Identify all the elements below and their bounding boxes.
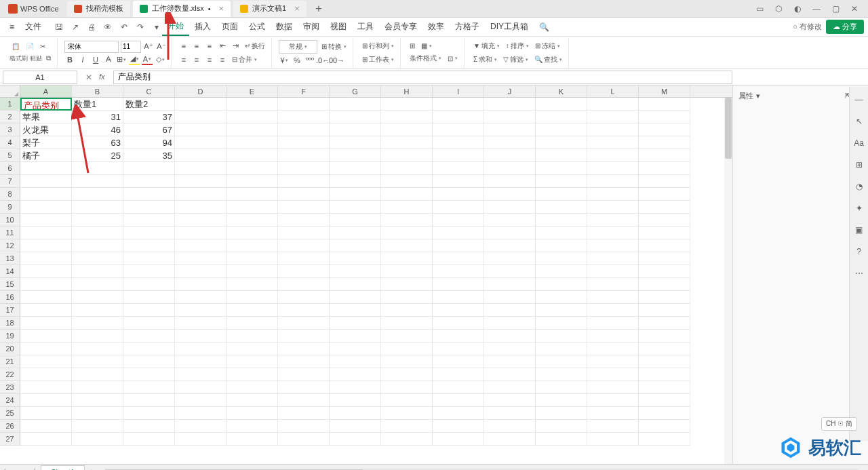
cell[interactable]	[484, 136, 536, 149]
cell[interactable]	[330, 330, 381, 342]
cell[interactable]	[278, 342, 330, 355]
cell[interactable]	[536, 342, 587, 355]
row-header[interactable]: 7	[0, 175, 20, 188]
cell[interactable]	[278, 252, 330, 265]
cell[interactable]	[330, 304, 381, 317]
cell[interactable]: 46	[72, 123, 123, 136]
cell[interactable]	[226, 433, 278, 446]
cell[interactable]	[278, 433, 330, 446]
clear-button[interactable]: ◇▾	[155, 54, 165, 65]
cell[interactable]	[226, 342, 278, 355]
cell[interactable]	[175, 227, 226, 239]
share-button[interactable]: ☁ 分享	[826, 20, 864, 34]
cell[interactable]	[433, 381, 484, 394]
cell[interactable]	[639, 278, 690, 291]
cell[interactable]	[123, 368, 175, 381]
cell[interactable]	[587, 368, 639, 381]
cell[interactable]	[381, 227, 433, 239]
cell[interactable]	[587, 123, 639, 136]
col-header-l[interactable]: L	[587, 85, 639, 97]
cell[interactable]	[330, 214, 381, 227]
cells-button[interactable]: ⊡▾	[446, 54, 460, 64]
row-header[interactable]: 6	[0, 162, 20, 175]
row-header[interactable]: 2	[0, 111, 20, 123]
cell[interactable]	[484, 227, 536, 239]
cell[interactable]	[175, 381, 226, 394]
cell[interactable]	[175, 188, 226, 201]
cell[interactable]	[587, 98, 639, 111]
cell[interactable]	[381, 265, 433, 278]
cell[interactable]	[536, 278, 587, 291]
cell[interactable]	[587, 355, 639, 368]
cell[interactable]	[175, 123, 226, 136]
cell[interactable]	[330, 394, 381, 407]
cell[interactable]	[72, 368, 123, 381]
undo-icon[interactable]: ↶	[119, 22, 130, 33]
cell[interactable]	[226, 291, 278, 304]
cell[interactable]	[587, 136, 639, 149]
cell[interactable]	[20, 227, 72, 239]
cell[interactable]	[72, 342, 123, 355]
cell[interactable]	[72, 175, 123, 188]
row-header[interactable]: 26	[0, 420, 20, 433]
minimize-icon[interactable]: —	[811, 3, 822, 14]
tab-presentation[interactable]: 演示文稿1 ×	[233, 1, 307, 17]
cell[interactable]	[433, 227, 484, 239]
cell[interactable]	[226, 214, 278, 227]
cell[interactable]	[433, 355, 484, 368]
cell[interactable]	[536, 317, 587, 330]
cell[interactable]	[433, 304, 484, 317]
cell[interactable]	[278, 291, 330, 304]
row-header[interactable]: 24	[0, 394, 20, 407]
cell[interactable]	[536, 227, 587, 239]
cell[interactable]	[278, 407, 330, 420]
size-down-button[interactable]: A⁻	[156, 41, 167, 52]
indent-dec-button[interactable]: ⇤	[217, 41, 228, 52]
cell[interactable]	[72, 394, 123, 407]
col-header-k[interactable]: K	[536, 85, 587, 97]
menu-tools[interactable]: 工具	[352, 18, 379, 35]
cell[interactable]	[278, 175, 330, 188]
cell[interactable]	[381, 278, 433, 291]
cell[interactable]	[433, 162, 484, 175]
cell[interactable]	[587, 239, 639, 252]
cell[interactable]	[587, 304, 639, 317]
row-header[interactable]: 9	[0, 201, 20, 214]
cell[interactable]	[381, 214, 433, 227]
col-header-d[interactable]: D	[175, 85, 226, 97]
cell[interactable]	[536, 355, 587, 368]
col-header-f[interactable]: F	[278, 85, 330, 97]
cell[interactable]	[20, 407, 72, 420]
cell[interactable]	[484, 291, 536, 304]
row-header[interactable]: 8	[0, 188, 20, 201]
cell[interactable]: 63	[72, 136, 123, 149]
cell[interactable]	[639, 420, 690, 433]
cell[interactable]	[433, 265, 484, 278]
cell[interactable]: 67	[123, 123, 175, 136]
cell[interactable]	[484, 98, 536, 111]
cell[interactable]	[587, 201, 639, 214]
cell[interactable]	[484, 175, 536, 188]
cell[interactable]	[123, 304, 175, 317]
cell[interactable]: 橘子	[20, 149, 72, 162]
cell[interactable]	[433, 201, 484, 214]
tab-workbook[interactable]: 工作簿数量.xlsx • ×	[133, 1, 231, 17]
row-header[interactable]: 5	[0, 149, 20, 162]
cell[interactable]	[226, 252, 278, 265]
cell[interactable]	[381, 291, 433, 304]
cell[interactable]	[433, 317, 484, 330]
cell[interactable]	[639, 188, 690, 201]
menu-member[interactable]: 会员专享	[379, 18, 422, 35]
cell[interactable]	[123, 407, 175, 420]
cell[interactable]	[433, 214, 484, 227]
cell[interactable]	[587, 227, 639, 239]
cell[interactable]	[639, 149, 690, 162]
cell[interactable]	[123, 381, 175, 394]
cell[interactable]	[72, 330, 123, 342]
fill-button[interactable]: ▼填充▾	[471, 40, 502, 52]
cell[interactable]	[175, 175, 226, 188]
cell[interactable]	[330, 123, 381, 136]
cell[interactable]	[330, 420, 381, 433]
cell[interactable]	[278, 136, 330, 149]
cell[interactable]	[536, 252, 587, 265]
